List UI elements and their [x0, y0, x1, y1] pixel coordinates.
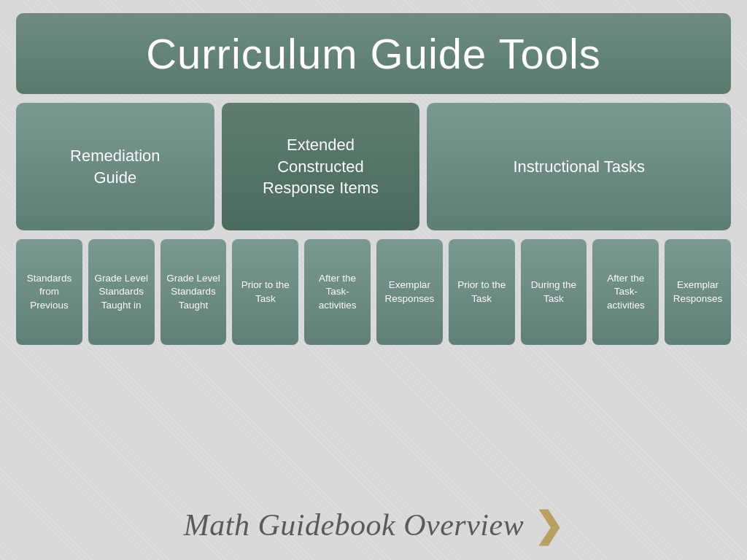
card-extended-label: Extended Constructed Response Items — [263, 134, 379, 199]
footer-text: Math Guidebook Overview — [184, 508, 524, 542]
small-card-grade-standards-label: Grade Level Standards Taught — [166, 272, 220, 312]
page-wrapper: Curriculum Guide Tools Remediation Guide… — [0, 0, 747, 560]
small-card-after-task-2[interactable]: After the Task- activities — [592, 239, 659, 345]
small-card-prior-task-1-label: Prior to the Task — [241, 279, 290, 305]
title-bar: Curriculum Guide Tools — [16, 13, 731, 94]
footer-chevron-icon[interactable]: ❯ — [534, 505, 563, 545]
small-card-after-task-2-label: After the Task- activities — [607, 272, 645, 312]
small-card-prior-task-2[interactable]: Prior to the Task — [449, 239, 515, 345]
small-card-prior-task-2-label: Prior to the Task — [457, 279, 506, 305]
small-card-grade-standards-in-label: Grade Level Standards Taught in — [94, 272, 148, 312]
small-card-grade-standards-in[interactable]: Grade Level Standards Taught in — [88, 239, 155, 345]
small-card-during-task[interactable]: During the Task — [521, 239, 587, 345]
card-instructional[interactable]: Instructional Tasks — [427, 103, 731, 230]
small-card-after-task-1[interactable]: After the Task- activities — [304, 239, 371, 345]
card-extended[interactable]: Extended Constructed Response Items — [222, 103, 420, 230]
small-card-exemplar-2-label: Exemplar Responses — [673, 279, 723, 305]
middle-row: Remediation Guide Extended Constructed R… — [16, 103, 731, 230]
small-card-exemplar-2[interactable]: Exemplar Responses — [665, 239, 731, 345]
small-card-after-task-1-label: After the Task- activities — [319, 272, 357, 312]
small-card-standards-previous[interactable]: Standards from Previous — [16, 239, 82, 345]
card-remediation-label: Remediation Guide — [70, 145, 160, 188]
small-card-during-task-label: During the Task — [531, 279, 576, 305]
bottom-row: Standards from Previous Grade Level Stan… — [16, 239, 731, 345]
small-card-exemplar-1-label: Exemplar Responses — [385, 279, 435, 305]
footer: Math Guidebook Overview ❯ — [16, 505, 731, 553]
small-card-exemplar-1[interactable]: Exemplar Responses — [376, 239, 443, 345]
page-title: Curriculum Guide Tools — [146, 29, 601, 78]
card-instructional-label: Instructional Tasks — [513, 156, 645, 178]
small-card-grade-standards[interactable]: Grade Level Standards Taught — [160, 239, 227, 345]
card-remediation[interactable]: Remediation Guide — [16, 103, 214, 230]
small-card-standards-previous-label: Standards from Previous — [27, 272, 72, 312]
small-card-prior-task-1[interactable]: Prior to the Task — [232, 239, 298, 345]
